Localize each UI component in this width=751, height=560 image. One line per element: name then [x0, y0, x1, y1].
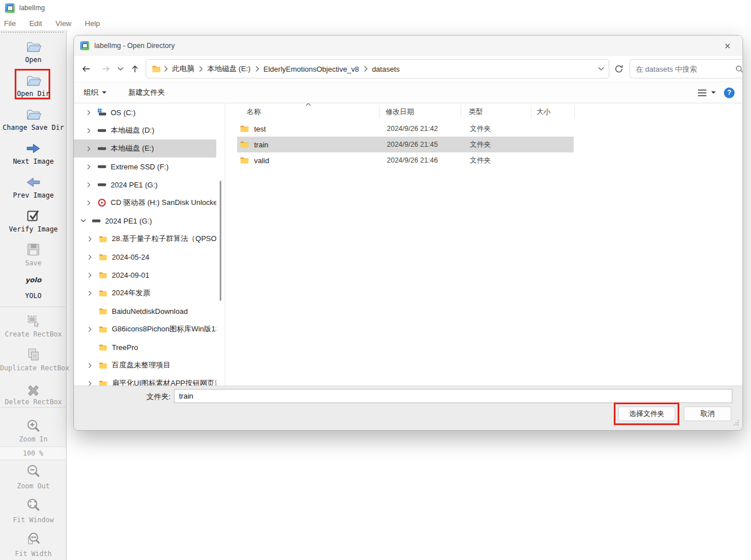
help-button[interactable]: ?: [724, 88, 735, 98]
chevron-right-icon[interactable]: [84, 200, 93, 206]
delete-x-icon: [26, 383, 41, 398]
open-dir-label[interactable]: Open Dir: [0, 90, 67, 98]
tree-item-2024-invoices[interactable]: 2024年发票: [74, 284, 216, 302]
zoom-percent-field[interactable]: 100 %: [0, 447, 66, 460]
tree-item-disk-d[interactable]: 本地磁盘 (D:): [74, 121, 216, 139]
tree-scrollbar-thumb[interactable]: [220, 181, 221, 301]
column-header-name[interactable]: 名称: [237, 105, 379, 119]
cancel-button[interactable]: 取消: [684, 406, 731, 421]
search-input[interactable]: [636, 65, 735, 73]
yolo-label[interactable]: YOLO: [0, 292, 67, 300]
tree-item-flat-ui-clipped[interactable]: 扁平化UI图标素材APP按钮网页简约: [74, 374, 216, 386]
tree-item-qpso-folder[interactable]: 28.基于量子粒子群算法（QPSO）优: [74, 230, 216, 248]
file-row-test[interactable]: test 2024/9/26 21:42 文件夹: [237, 121, 574, 137]
zoom-out-button[interactable]: [0, 463, 67, 479]
tree-item-os-c[interactable]: OS (C:): [74, 103, 216, 121]
next-image-button[interactable]: [0, 142, 67, 155]
tree-item-2024-pe1-g-expanded[interactable]: 2024 PE1 (G:): [74, 212, 216, 230]
fit-window-label[interactable]: Fit Window: [0, 516, 67, 524]
tree-item-treepro[interactable]: TreePro: [74, 338, 216, 356]
chevron-down-icon[interactable]: [78, 218, 88, 223]
breadcrumb-datasets[interactable]: datasets: [370, 65, 402, 73]
chevron-right-icon[interactable]: [85, 326, 94, 333]
column-header-date-modified[interactable]: 修改日期: [379, 105, 461, 119]
menu-view[interactable]: View: [49, 16, 78, 30]
create-rectbox-label[interactable]: Create RectBox: [0, 330, 67, 338]
chevron-right-icon[interactable]: [84, 164, 93, 170]
address-dropdown-button[interactable]: [598, 67, 604, 71]
verify-image-button[interactable]: [0, 208, 67, 223]
open-dir-button[interactable]: [0, 73, 67, 88]
menu-file[interactable]: File: [0, 16, 23, 30]
create-rectbox-button[interactable]: [0, 313, 67, 328]
close-button[interactable]: [717, 38, 738, 54]
zoom-in-label[interactable]: Zoom In: [0, 435, 67, 443]
save-button[interactable]: [0, 242, 67, 257]
change-save-dir-button[interactable]: [0, 107, 67, 122]
zoom-in-button[interactable]: [0, 418, 67, 434]
duplicate-rectbox-label[interactable]: Duplicate RectBox: [0, 364, 67, 372]
chevron-right-icon[interactable]: [85, 290, 94, 296]
new-folder-button[interactable]: 新建文件夹: [123, 85, 171, 100]
tree-item-baidunetdisk[interactable]: BaiduNetdiskDownload: [74, 302, 216, 320]
dialog-titlebar[interactable]: labelImg - Open Directory: [74, 36, 743, 56]
chevron-right-icon[interactable]: [84, 182, 93, 188]
file-row-train-selected[interactable]: train 2024/9/26 21:45 文件夹: [237, 137, 574, 152]
menu-edit[interactable]: Edit: [23, 16, 49, 30]
delete-rectbox-label[interactable]: Delete RectBox: [0, 398, 67, 406]
verify-image-label[interactable]: Verify Image: [0, 225, 67, 233]
tree-item-disk-e[interactable]: 本地磁盘 (E:): [74, 139, 216, 158]
chevron-right-icon[interactable]: [84, 110, 93, 116]
chevron-right-icon[interactable]: [84, 128, 93, 134]
organize-button[interactable]: 组织: [78, 85, 112, 100]
select-folder-button[interactable]: 选择文件夹: [618, 406, 675, 421]
breadcrumb-project-folder[interactable]: ElderlyEmotionsObjective_v8: [261, 65, 361, 73]
view-mode-button[interactable]: [697, 89, 716, 97]
delete-rectbox-button[interactable]: [0, 383, 67, 398]
refresh-button[interactable]: [609, 60, 628, 77]
dock-drag-handle[interactable]: [1, 32, 63, 33]
fit-width-label[interactable]: Fit Width: [0, 550, 67, 558]
tree-item-cd-drive-h[interactable]: CD 驱动器 (H:) SanDisk Unlocker: [74, 194, 216, 212]
chevron-right-icon[interactable]: [85, 236, 94, 242]
file-row-valid[interactable]: valid 2024/9/26 21:46 文件夹: [237, 152, 574, 168]
chevron-right-icon[interactable]: [84, 146, 93, 152]
recent-locations-button[interactable]: [114, 60, 126, 77]
resize-grip[interactable]: [733, 418, 739, 428]
change-save-dir-label[interactable]: Change Save Dir: [0, 124, 67, 132]
breadcrumb-drive-e[interactable]: 本地磁盘 (E:): [205, 64, 253, 74]
tree-item-g86icons[interactable]: G86icons8Pichon图标库Win版135: [74, 320, 216, 338]
up-button[interactable]: [126, 60, 143, 77]
zoom-out-label[interactable]: Zoom Out: [0, 482, 67, 490]
open-button[interactable]: [0, 39, 67, 54]
prev-image-label[interactable]: Prev Image: [0, 191, 67, 199]
tree-item-baidu-unsorted[interactable]: 百度盘未整理项目: [74, 356, 216, 374]
chevron-right-icon[interactable]: [85, 362, 94, 369]
open-label[interactable]: Open: [0, 56, 67, 64]
next-image-label[interactable]: Next Image: [0, 158, 67, 165]
tree-item-extreme-ssd-f[interactable]: Extreme SSD (F:): [74, 158, 216, 176]
yolo-text-icon: yolo: [25, 276, 41, 284]
chevron-right-icon[interactable]: [85, 380, 94, 386]
duplicate-rectbox-button[interactable]: [0, 347, 67, 362]
column-header-type[interactable]: 类型: [461, 105, 531, 119]
tree-item-2024-09-01[interactable]: 2024-09-01: [74, 266, 216, 284]
column-header-size[interactable]: 大小: [531, 105, 575, 119]
fit-window-button[interactable]: [0, 497, 67, 513]
yolo-format-button[interactable]: yolo: [0, 276, 67, 284]
chevron-right-icon[interactable]: [85, 272, 94, 278]
fit-width-button[interactable]: [0, 531, 67, 546]
breadcrumb[interactable]: 此电脑 本地磁盘 (E:) ElderlyEmotionsObjective_v…: [146, 59, 609, 78]
tree-item-2024-pe1-g[interactable]: 2024 PE1 (G:): [74, 176, 216, 194]
forward-button[interactable]: [97, 60, 114, 77]
chevron-right-icon[interactable]: [85, 254, 94, 260]
save-label[interactable]: Save: [0, 259, 67, 267]
tree-item-2024-05-24[interactable]: 2024-05-24: [74, 248, 216, 266]
prev-image-button[interactable]: [0, 176, 67, 189]
menu-help[interactable]: Help: [78, 16, 107, 30]
search-box[interactable]: [630, 59, 743, 78]
back-button[interactable]: [77, 60, 94, 77]
organize-label: 组织: [84, 88, 98, 98]
folder-name-input[interactable]: [174, 389, 732, 403]
breadcrumb-this-pc[interactable]: 此电脑: [170, 64, 197, 74]
